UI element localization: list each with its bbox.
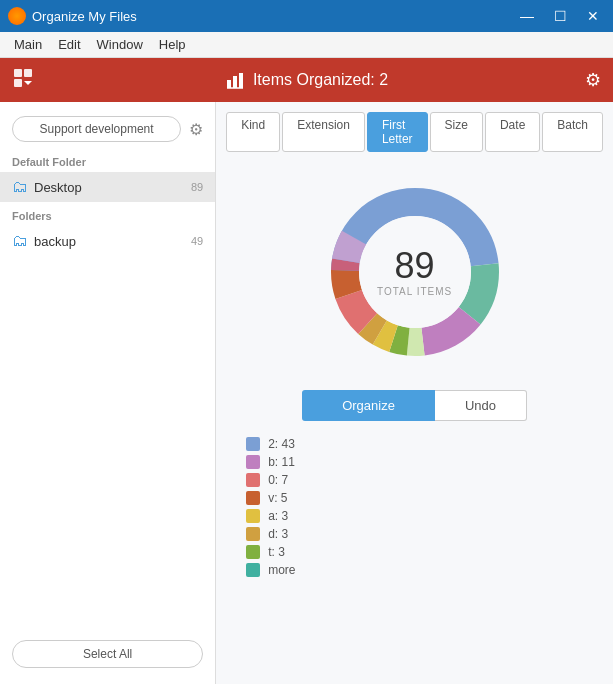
menu-window[interactable]: Window: [89, 34, 151, 55]
sidebar: Support development ⚙ Default Folder 🗂 D…: [0, 102, 216, 684]
support-button[interactable]: Support development: [12, 116, 181, 142]
legend-color-1: [246, 455, 260, 469]
legend-color-7: [246, 563, 260, 577]
legend-item-0: 2: 43: [246, 437, 583, 451]
window-title: Organize My Files: [32, 9, 514, 24]
legend-label-1: b: 11: [268, 455, 295, 469]
legend-label-2: 0: 7: [268, 473, 288, 487]
legend-label-4: a: 3: [268, 509, 288, 523]
desktop-count: 89: [191, 181, 203, 193]
backup-label: backup: [34, 234, 185, 249]
total-items-label: TOTAL ITEMS: [377, 286, 452, 297]
close-button[interactable]: ✕: [581, 6, 605, 26]
undo-button[interactable]: Undo: [435, 390, 527, 421]
legend-item-5: d: 3: [246, 527, 583, 541]
tab-batch[interactable]: Batch: [542, 112, 603, 152]
app-icon: [8, 7, 26, 25]
legend-color-2: [246, 473, 260, 487]
folder-icon-desktop: 🗂: [12, 178, 28, 196]
svg-rect-5: [239, 73, 243, 88]
legend: 2: 43 b: 11 0: 7 v: 5 a: 3 d: 3: [226, 429, 603, 589]
svg-rect-2: [14, 79, 22, 87]
chart-area: 89 TOTAL ITEMS: [226, 172, 603, 372]
toolbar-back-icon[interactable]: [12, 67, 34, 94]
support-section: Support development ⚙: [0, 110, 215, 148]
menu-edit[interactable]: Edit: [50, 34, 88, 55]
chart-icon: [225, 70, 245, 90]
content-panel: Kind Extension First Letter Size Date Ba…: [216, 102, 613, 684]
toolbar-title: Items Organized: 2: [225, 70, 388, 90]
tab-date[interactable]: Date: [485, 112, 540, 152]
toolbar-gear-icon[interactable]: ⚙: [585, 69, 601, 91]
legend-item-4: a: 3: [246, 509, 583, 523]
legend-color-6: [246, 545, 260, 559]
support-gear-icon[interactable]: ⚙: [189, 120, 203, 139]
desktop-label: Desktop: [34, 180, 185, 195]
title-bar: Organize My Files — ☐ ✕: [0, 0, 613, 32]
legend-label-6: t: 3: [268, 545, 285, 559]
tab-size[interactable]: Size: [430, 112, 483, 152]
donut-chart: 89 TOTAL ITEMS: [315, 172, 515, 372]
legend-item-3: v: 5: [246, 491, 583, 505]
backup-count: 49: [191, 235, 203, 247]
sidebar-item-desktop[interactable]: 🗂 Desktop 89: [0, 172, 215, 202]
main-layout: Support development ⚙ Default Folder 🗂 D…: [0, 102, 613, 684]
svg-rect-4: [233, 76, 237, 88]
legend-item-2: 0: 7: [246, 473, 583, 487]
minimize-button[interactable]: —: [514, 6, 540, 26]
tabs: Kind Extension First Letter Size Date Ba…: [226, 112, 603, 152]
menu-main[interactable]: Main: [6, 34, 50, 55]
legend-label-3: v: 5: [268, 491, 287, 505]
maximize-button[interactable]: ☐: [548, 6, 573, 26]
donut-center: 89 TOTAL ITEMS: [377, 248, 452, 297]
organize-button[interactable]: Organize: [302, 390, 435, 421]
legend-label-7: more: [268, 563, 295, 577]
tab-extension[interactable]: Extension: [282, 112, 365, 152]
sidebar-item-backup[interactable]: 🗂 backup 49: [0, 226, 215, 256]
select-all-button[interactable]: Select All: [12, 640, 203, 668]
default-folder-label: Default Folder: [0, 148, 215, 172]
tab-first-letter[interactable]: First Letter: [367, 112, 428, 152]
toolbar: Items Organized: 2 ⚙: [0, 58, 613, 102]
folders-label: Folders: [0, 202, 215, 226]
legend-color-5: [246, 527, 260, 541]
tab-kind[interactable]: Kind: [226, 112, 280, 152]
action-buttons: Organize Undo: [226, 390, 603, 421]
window-controls: — ☐ ✕: [514, 6, 605, 26]
folder-icon-backup: 🗂: [12, 232, 28, 250]
menu-help[interactable]: Help: [151, 34, 194, 55]
total-items-number: 89: [377, 248, 452, 284]
svg-rect-3: [227, 80, 231, 88]
legend-label-0: 2: 43: [268, 437, 295, 451]
legend-color-3: [246, 491, 260, 505]
legend-color-4: [246, 509, 260, 523]
legend-item-6: t: 3: [246, 545, 583, 559]
svg-rect-1: [24, 69, 32, 77]
legend-item-1: b: 11: [246, 455, 583, 469]
legend-item-7: more: [246, 563, 583, 577]
legend-color-0: [246, 437, 260, 451]
svg-rect-0: [14, 69, 22, 77]
legend-label-5: d: 3: [268, 527, 288, 541]
menu-bar: Main Edit Window Help: [0, 32, 613, 58]
